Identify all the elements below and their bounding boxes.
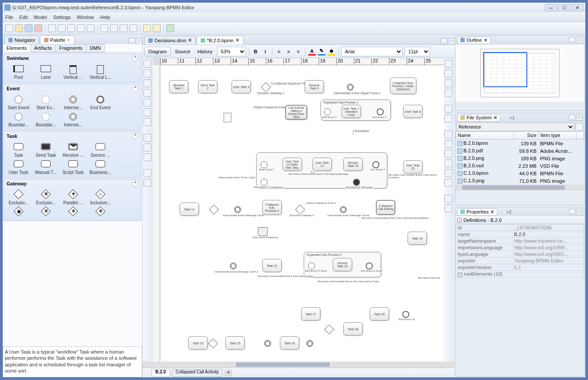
palette-exclusive-gateway[interactable]: Exclusiv...: [5, 189, 32, 207]
palette-send-task[interactable]: Send Task: [32, 142, 59, 159]
tool-3-icon[interactable]: [143, 79, 151, 87]
node-user-task-15[interactable]: User Task 15: [403, 160, 423, 173]
remove-icon[interactable]: [129, 24, 137, 32]
rtool-hand-icon[interactable]: [445, 114, 452, 122]
minimize-button[interactable]: _: [569, 114, 575, 121]
filesystem-row[interactable]: C.1.0.png71.0 KBPNG image: [456, 177, 584, 184]
tool-11-icon[interactable]: [143, 169, 151, 177]
node-user-task-12[interactable]: User Task 12 Multi-Inst. Seq.: [283, 158, 302, 171]
filesystem-row[interactable]: B.2.0.vsd2.23 MBVSD File: [456, 162, 584, 170]
node-end-event-10[interactable]: [402, 311, 409, 318]
copy2-icon[interactable]: [110, 24, 118, 32]
filesystem-row[interactable]: B.2.0.bpmn139 KBBPMN File: [456, 140, 584, 147]
fill-color-icon[interactable]: ◆: [327, 48, 335, 55]
palette-end-event[interactable]: End Event: [87, 94, 114, 111]
node-call-activity[interactable]: Call Activity calling a Global User Task: [285, 105, 307, 120]
menu-settings[interactable]: Settings: [53, 15, 71, 20]
close-icon[interactable]: ✕: [490, 209, 494, 215]
node-task-18[interactable]: Task 18: [408, 232, 427, 245]
print-icon[interactable]: [48, 24, 56, 32]
node-start-event-3[interactable]: [261, 161, 268, 168]
node-intermediate-event-signal[interactable]: [347, 84, 354, 91]
tool-4-icon[interactable]: [143, 89, 151, 97]
cut-icon[interactable]: [100, 24, 108, 32]
filesystem-row[interactable]: B.2.0.pdf59.8 KBAdobe Acrob...: [456, 147, 584, 155]
rtool-5-icon[interactable]: [445, 169, 452, 177]
font-color-icon[interactable]: A: [308, 48, 316, 55]
outline-tab[interactable]: Outline ✕: [457, 37, 491, 44]
close-icon[interactable]: ✕: [493, 115, 497, 121]
palette-tab[interactable]: Palette ✕: [40, 35, 74, 44]
menu-help[interactable]: Help: [100, 15, 110, 20]
node-intermediate-msg-throw[interactable]: [340, 206, 347, 213]
tool-9-icon[interactable]: [143, 144, 151, 151]
node-service-task-22[interactable]: Service Task 22: [333, 258, 352, 271]
node-end-event-4[interactable]: [372, 161, 379, 168]
rtool-6-icon[interactable]: [445, 179, 452, 187]
node-intermediate-bottom-2[interactable]: [306, 340, 313, 347]
node-task-11[interactable]: Task 11: [180, 203, 199, 216]
property-row[interactable]: nameB.2.0: [456, 231, 584, 238]
palette-boundary-event-ni[interactable]: Boundar...: [32, 111, 59, 129]
export-png-icon[interactable]: [34, 24, 42, 32]
delete-icon[interactable]: [87, 24, 95, 32]
palette-intermediate-event[interactable]: Interme...: [59, 94, 87, 111]
tool-8-icon[interactable]: [143, 134, 151, 142]
node-service-task-4[interactable]: Service Task 4: [305, 80, 324, 93]
paste2-icon[interactable]: [120, 24, 128, 32]
node-abstract-task-1[interactable]: Abstract Task 1: [169, 80, 188, 93]
bottom-tab-collapsed-call[interactable]: Collapsed Call Activity: [172, 369, 223, 377]
property-root-row[interactable]: +rootElements (10): [456, 271, 584, 278]
palette-inclusive-gateway[interactable]: Inclusive...: [87, 189, 114, 207]
minimize-button[interactable]: _: [569, 209, 575, 215]
copy-icon[interactable]: [67, 24, 75, 32]
tool-10-icon[interactable]: [143, 153, 151, 161]
bold-icon[interactable]: B: [252, 48, 260, 55]
palette-parallel-eventbased-gateway[interactable]: [59, 207, 87, 219]
node-exclusive-gateway[interactable]: [295, 205, 305, 215]
horizontal-scrollbar[interactable]: [143, 362, 454, 368]
node-collapsed-subprocess-1[interactable]: Collapsed Sub-Process 1 Multi-Instances: [390, 77, 416, 94]
mode-history-button[interactable]: History: [195, 49, 215, 54]
editor-tab-decisions[interactable]: Decisions.dmn ✕: [144, 36, 196, 44]
maximize-editor-button[interactable]: □: [448, 38, 454, 44]
menu-edit[interactable]: Edit: [19, 15, 28, 20]
mode-diagram-button[interactable]: Diagram: [144, 47, 171, 56]
property-row[interactable]: id_1373638079286: [456, 225, 584, 231]
node-user-task-8[interactable]: User Task 8: [403, 105, 423, 118]
menu-model[interactable]: Model: [34, 15, 47, 20]
palette-lane[interactable]: Lane: [32, 64, 59, 81]
rtool-zoom-out-icon[interactable]: [445, 140, 452, 148]
node-data-store[interactable]: [258, 227, 268, 236]
titlebar[interactable]: G:\GIT_REPO\bpmn-miwg-test-suite\Referen…: [3, 3, 585, 12]
undo-icon[interactable]: [143, 24, 151, 32]
minimize-editor-button[interactable]: _: [441, 38, 447, 44]
tool-12-icon[interactable]: [143, 179, 151, 187]
filesystem-header[interactable]: Name Size Item type: [456, 132, 584, 140]
font-family-select[interactable]: Arial: [341, 47, 403, 56]
rtool-pointer-icon[interactable]: [445, 105, 452, 113]
menu-window[interactable]: Window: [77, 15, 94, 20]
node-user-task-7[interactable]: User Task 7 Standard Loop: [342, 105, 361, 118]
palette-receive-task[interactable]: Receive ...: [59, 142, 87, 159]
zoom-select[interactable]: 53%: [217, 47, 246, 56]
palette-start-event[interactable]: Start Event: [5, 94, 32, 111]
node-intermediate-msg-catch[interactable]: [234, 206, 241, 213]
node-intermediate-msg-catch-2[interactable]: [230, 262, 237, 269]
rtool-fit-icon[interactable]: [445, 150, 452, 158]
align-center-icon[interactable]: ≡: [285, 48, 293, 55]
node-end-event-3[interactable]: [377, 108, 384, 115]
palette-parallel-gateway[interactable]: Parallel ...: [59, 189, 87, 207]
node-service-task-14[interactable]: Service Task 14: [343, 158, 363, 171]
node-task-21[interactable]: Task 21: [262, 259, 282, 272]
minimize-panel-button[interactable]: _: [129, 38, 135, 44]
add-diagram-button[interactable]: +: [224, 369, 232, 376]
collapse-icon[interactable]: ⌃: [132, 85, 138, 92]
property-row[interactable]: expressionLanguagehttp://www.w3.org/1999…: [456, 244, 584, 251]
maximize-button[interactable]: ☐: [558, 4, 570, 11]
node-collapsed-call-activity[interactable]: Collapsed Call Activity: [376, 200, 395, 215]
page-setup-icon[interactable]: [58, 24, 66, 32]
palette-user-task[interactable]: User Task: [5, 159, 32, 176]
node-send-task-2[interactable]: Send Task 2: [198, 80, 217, 93]
property-row[interactable]: typeLanguagehttp://www.w3.org/2001...: [456, 251, 584, 258]
